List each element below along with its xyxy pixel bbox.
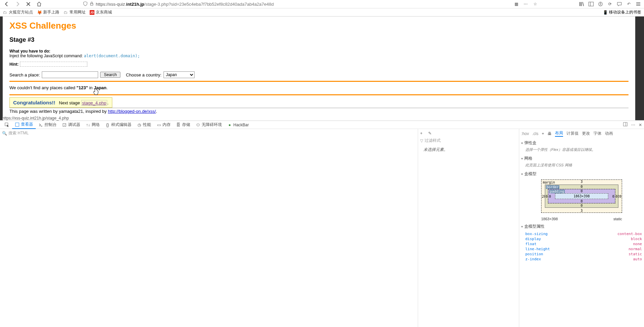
section-boxprops-header[interactable]: 盒模型属性 — [521, 224, 642, 229]
tab-console[interactable]: 控制台 — [36, 121, 59, 129]
a11y-icon: ⚇ — [196, 123, 200, 127]
more-icon[interactable]: ⋯ — [523, 1, 529, 7]
grid-icon[interactable]: ▦ — [513, 1, 519, 7]
folder-icon: 🗀 — [63, 10, 68, 15]
result-line: We couldn't find any places called "123"… — [9, 84, 628, 92]
add-rule-icon[interactable]: + — [420, 131, 425, 136]
devtools: 查看器 控制台 调试器 ↑↓网络 {}样式编辑器 ◷性能 ▭内存 🗄存储 ⚇无障… — [0, 121, 644, 327]
tab-inspector[interactable]: 查看器 — [12, 121, 36, 129]
bookmark-star-icon[interactable]: ☆ — [532, 1, 538, 7]
country-label: Choose a country: — [126, 72, 162, 77]
tab-performance[interactable]: ◷性能 — [134, 121, 154, 129]
undo-icon[interactable]: ↶ — [626, 1, 632, 7]
svg-rect-6 — [16, 123, 19, 126]
folder-icon: 🗀 — [3, 10, 7, 15]
next-stage-label: Next stage — [59, 100, 81, 105]
tab-layout[interactable]: 布局 — [555, 130, 563, 137]
hackbar-icon: ● — [227, 123, 232, 127]
congrats-label: Congratulations!! — [13, 100, 55, 105]
filter-styles[interactable]: ▽ 过滤样式 — [420, 138, 517, 143]
boxmodel-position: static — [613, 217, 622, 221]
browser-toolbar: https://xss-quiz.int21h.jp/stage-3.php?s… — [0, 0, 644, 8]
bookmark-firefox[interactable]: 🗀火狐官方站点 — [3, 9, 33, 15]
footer-link[interactable]: http://blogged-on.de/xss/ — [108, 109, 156, 114]
bookmark-newbie[interactable]: 🦊新手上路 — [37, 9, 59, 15]
tab-hackbar[interactable]: ●HackBar — [225, 121, 252, 129]
network-icon: ↑↓ — [86, 123, 90, 127]
sync-icon[interactable]: ⟳ — [607, 1, 613, 7]
tab-network[interactable]: ↑↓网络 — [83, 121, 103, 129]
url-bar[interactable]: https://xss-quiz.int21h.jp/stage-3.php?s… — [83, 1, 274, 7]
menu-icon[interactable] — [635, 1, 641, 7]
search-button[interactable]: Search — [100, 72, 120, 78]
bookmark-jd[interactable]: JD京东商城 — [90, 9, 112, 15]
prop-row: positionstatic — [521, 252, 642, 257]
print-sim-icon[interactable]: 🖶 — [548, 131, 552, 136]
storage-icon: 🗄 — [176, 123, 181, 127]
html-search[interactable]: 🔍 搜索 HTML — [0, 129, 418, 137]
back-button[interactable] — [3, 0, 11, 8]
lock-icon — [90, 2, 94, 7]
next-stage-link[interactable]: stage_4.php — [81, 100, 108, 106]
page-title: XSS Challenges — [9, 21, 628, 31]
tab-debugger[interactable]: 调试器 — [59, 121, 83, 129]
tab-style-editor[interactable]: {}样式编辑器 — [103, 121, 134, 129]
jd-icon: JD — [90, 10, 94, 15]
devtools-body: 🔍 搜索 HTML + ✎ ▽ 过滤样式 未选择元素。 :hov .cls + … — [0, 129, 644, 327]
filter-icon: ▽ — [420, 138, 423, 143]
country-select[interactable]: Japan — [164, 71, 195, 78]
mobile-bookmarks[interactable]: 📱移动设备上的书签 — [603, 9, 641, 15]
search-icon: 🔍 — [2, 131, 7, 136]
cls-toggle[interactable]: .cls — [532, 131, 538, 136]
stop-button[interactable] — [24, 0, 32, 8]
bookmark-common[interactable]: 🗀常用网址 — [63, 9, 86, 15]
svg-rect-0 — [90, 3, 93, 5]
console-icon — [38, 123, 43, 127]
devtools-styles-panel: + ✎ ▽ 过滤样式 未选择元素。 — [418, 129, 519, 327]
tab-changes[interactable]: 更改 — [582, 131, 590, 136]
hint-label: Hint: — [9, 62, 19, 67]
devtools-close-icon[interactable]: ✕ — [639, 123, 642, 127]
tab-computed[interactable]: 计算值 — [566, 131, 579, 136]
chat-icon[interactable] — [616, 1, 622, 7]
status-bar: https://xss-quiz.int21h.jp/stage_4.php — [2, 116, 69, 121]
account-icon[interactable] — [597, 1, 604, 7]
devtools-html-panel: 🔍 搜索 HTML — [0, 129, 418, 327]
prop-row: displayblock — [521, 236, 642, 241]
add-icon[interactable]: + — [542, 131, 544, 136]
hint-box — [20, 62, 87, 67]
pointer-icon — [5, 123, 9, 127]
tab-accessibility[interactable]: ⚇无障碍环境 — [193, 121, 225, 129]
section-boxmodel-header[interactable]: 盒模型 — [521, 171, 642, 177]
home-button[interactable] — [35, 0, 43, 8]
tab-storage[interactable]: 🗄存储 — [173, 121, 193, 129]
devtools-more-icon[interactable]: ⋯ — [631, 123, 635, 127]
firefox-icon: 🦊 — [37, 10, 42, 15]
sidebar-icon[interactable] — [588, 1, 594, 7]
shield-icon — [83, 1, 88, 7]
footer-line: This page was written by yamagata21, ins… — [9, 108, 628, 114]
boxmodel-dims: 1863×398 — [541, 217, 558, 221]
section-grid-header[interactable]: 网格 — [521, 156, 642, 161]
tab-memory[interactable]: ▭内存 — [154, 121, 173, 129]
inspect-element-button[interactable] — [2, 121, 12, 129]
forward-button[interactable] — [13, 0, 22, 8]
tab-animations[interactable]: 动画 — [605, 131, 613, 136]
devtools-tabs: 查看器 控制台 调试器 ↑↓网络 {}样式编辑器 ◷性能 ▭内存 🗄存储 ⚇无障… — [0, 121, 644, 129]
bookmarks-bar: 🗀火狐官方站点 🦊新手上路 🗀常用网址 JD京东商城 📱移动设备上的书签 — [0, 8, 644, 17]
prop-row: z-indexauto — [521, 257, 642, 262]
inspector-icon — [15, 122, 20, 127]
library-icon[interactable] — [579, 1, 585, 7]
section-flexbox: 弹性盒 选择一个弹性（Flex）容器或项目以继续。 — [521, 140, 642, 154]
devtools-dock-icon[interactable] — [623, 122, 628, 128]
eyedropper-icon[interactable]: ✎ — [428, 131, 433, 136]
section-flexbox-header[interactable]: 弹性盒 — [521, 140, 642, 146]
svg-rect-8 — [623, 123, 627, 126]
tab-fonts[interactable]: 字体 — [593, 131, 602, 136]
search-input[interactable] — [42, 71, 98, 78]
hov-toggle[interactable]: :hov — [521, 131, 529, 136]
divider — [9, 94, 628, 95]
prop-row: line-heightnormal — [521, 247, 642, 252]
svg-rect-1 — [589, 2, 593, 6]
section-boxmodel: 盒模型 margin 3 20 3 20 border 0 0 0 0 — [521, 171, 642, 221]
